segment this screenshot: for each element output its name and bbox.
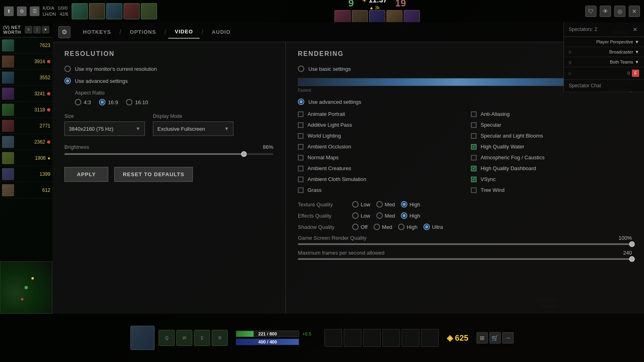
item-slot-3[interactable] (363, 329, 381, 347)
normal-maps-option[interactable]: Normal Maps (298, 154, 459, 160)
specular-blooms-option[interactable]: Specular and Light Blooms (471, 133, 632, 139)
animate-portrait-option[interactable]: Animate Portrait (298, 111, 459, 117)
ambient-occlusion-option[interactable]: Ambient Occlusion (298, 144, 459, 150)
anti-aliasing-checkbox[interactable] (471, 111, 477, 117)
brightness-slider[interactable] (64, 153, 273, 155)
skill-e[interactable]: E (194, 330, 210, 346)
shadow-med-option[interactable]: Med (374, 224, 392, 230)
both-teams-dropdown[interactable]: Both Teams ▼ (610, 60, 639, 64)
render-quality-thumb[interactable] (629, 241, 635, 247)
effects-med-option[interactable]: Med (376, 212, 395, 219)
ar-169-radio[interactable] (99, 99, 105, 105)
rendering-advanced-option[interactable]: Use advanced settings (298, 99, 632, 105)
use-basic-radio[interactable] (298, 66, 304, 72)
eye-icon[interactable]: 👁 (600, 6, 611, 17)
shadow-off-radio[interactable] (352, 224, 359, 230)
panel-close-button[interactable]: ✕ (631, 25, 639, 33)
perspective-dropdown[interactable]: Player Perspective ▼ (596, 39, 639, 44)
grass-option[interactable]: Grass (298, 187, 459, 193)
inventory-btn[interactable]: ⊞ (477, 332, 488, 343)
high-quality-dashboard-option[interactable]: High Quality Dashboard (471, 165, 632, 171)
target-icon[interactable]: ◎ (614, 6, 625, 17)
effects-low-option[interactable]: Low (352, 212, 370, 219)
ambient-cloth-option[interactable]: Ambient Cloth Simulation (298, 176, 459, 182)
shield-icon[interactable]: 🛡 (585, 6, 597, 17)
additive-light-checkbox[interactable] (298, 122, 303, 128)
shop-btn[interactable]: 🛒 (489, 332, 501, 343)
item-slot-1[interactable] (324, 329, 342, 347)
settings-gear-icon[interactable]: ⚙ (58, 26, 70, 38)
skill-w[interactable]: W (176, 330, 192, 346)
anti-aliasing-option[interactable]: Anti-Aliasing (471, 111, 632, 117)
ar-1610-option[interactable]: 16:10 (126, 99, 148, 105)
list-view-btn[interactable]: ≡ (25, 26, 32, 33)
ar-43-option[interactable]: 4:3 (75, 99, 91, 105)
nav-audio[interactable]: AUDIO (205, 26, 237, 38)
tree-wind-checkbox[interactable] (471, 187, 477, 193)
world-lighting-option[interactable]: World Lighting (298, 133, 459, 139)
atmospheric-fog-option[interactable]: Atmospheric Fog / Caustics (471, 154, 632, 160)
skill-r[interactable]: R (212, 330, 228, 346)
shadow-high-radio[interactable] (398, 224, 405, 230)
close-icon[interactable]: ✕ (629, 6, 640, 17)
additive-light-option[interactable]: Additive Light Pass (298, 122, 459, 128)
normal-maps-checkbox[interactable] (298, 155, 303, 160)
nav-hotkeys[interactable]: HOTKEYS (76, 26, 118, 38)
specular-blooms-checkbox[interactable] (471, 133, 477, 139)
world-lighting-checkbox[interactable] (298, 133, 303, 139)
nav-video[interactable]: VIDEO (168, 25, 199, 39)
shadow-high-option[interactable]: High (398, 224, 417, 230)
texture-high-option[interactable]: High (401, 201, 420, 208)
high-quality-water-checkbox[interactable] (471, 144, 477, 150)
brightness-thumb[interactable] (241, 151, 247, 157)
shadow-off-option[interactable]: Off (352, 224, 367, 230)
ar-169-option[interactable]: 16:9 (99, 99, 118, 105)
expand-btn[interactable]: ▼ (42, 26, 49, 33)
effects-high-radio[interactable] (401, 212, 407, 219)
graph-view-btn[interactable]: | (33, 26, 41, 33)
texture-med-option[interactable]: Med (376, 201, 395, 208)
courier-btn[interactable]: → (502, 332, 514, 343)
upload-icon[interactable]: ⬆ (4, 6, 14, 16)
nav-options[interactable]: OPTIONS (123, 26, 163, 38)
tree-wind-option[interactable]: Tree Wind (471, 187, 632, 193)
item-slot-4[interactable] (382, 329, 400, 347)
resolution-advanced-option[interactable]: Use advanced settings (64, 78, 273, 84)
ar-1610-radio[interactable] (126, 99, 132, 105)
effects-high-option[interactable]: High (401, 212, 420, 219)
apply-button[interactable]: APPLY (64, 167, 108, 182)
ambient-creatures-checkbox[interactable] (298, 166, 303, 171)
resolution-advanced-radio[interactable] (64, 78, 71, 84)
texture-low-option[interactable]: Low (352, 201, 370, 208)
atmospheric-fog-checkbox[interactable] (471, 155, 477, 160)
shadow-med-radio[interactable] (374, 224, 380, 230)
vsync-checkbox[interactable] (471, 177, 477, 182)
ambient-cloth-checkbox[interactable] (298, 177, 303, 182)
shadow-ultra-option[interactable]: Ultra (423, 224, 443, 230)
shadow-ultra-radio[interactable] (423, 224, 430, 230)
ambient-creatures-option[interactable]: Ambient Creatures (298, 165, 459, 171)
reset-button[interactable]: RESET TO DEFAULTS (114, 167, 193, 182)
vsync-option[interactable]: VSync (471, 176, 632, 182)
effects-low-radio[interactable] (352, 212, 359, 219)
menu-icon[interactable]: ☰ (30, 6, 39, 16)
grass-checkbox[interactable] (298, 187, 303, 193)
max-fps-slider[interactable] (298, 258, 632, 260)
max-fps-thumb[interactable] (629, 256, 635, 262)
render-quality-slider[interactable] (298, 243, 632, 245)
specular-checkbox[interactable] (471, 122, 477, 128)
texture-low-radio[interactable] (352, 201, 359, 208)
animate-portrait-checkbox[interactable] (298, 111, 303, 117)
item-slot-6[interactable] (421, 329, 439, 347)
resolution-monitor-radio[interactable] (64, 66, 71, 72)
settings-icon[interactable]: ⚙ (17, 6, 27, 16)
rendering-advanced-radio[interactable] (298, 99, 304, 105)
effects-med-radio[interactable] (376, 212, 383, 219)
high-quality-water-option[interactable]: High Quality Water (471, 144, 632, 150)
skill-q[interactable]: Q (159, 330, 175, 346)
texture-med-radio[interactable] (376, 201, 383, 208)
ar-43-radio[interactable] (75, 99, 81, 105)
item-slot-2[interactable] (344, 329, 361, 347)
item-slot-5[interactable] (402, 329, 419, 347)
texture-high-radio[interactable] (401, 201, 407, 208)
